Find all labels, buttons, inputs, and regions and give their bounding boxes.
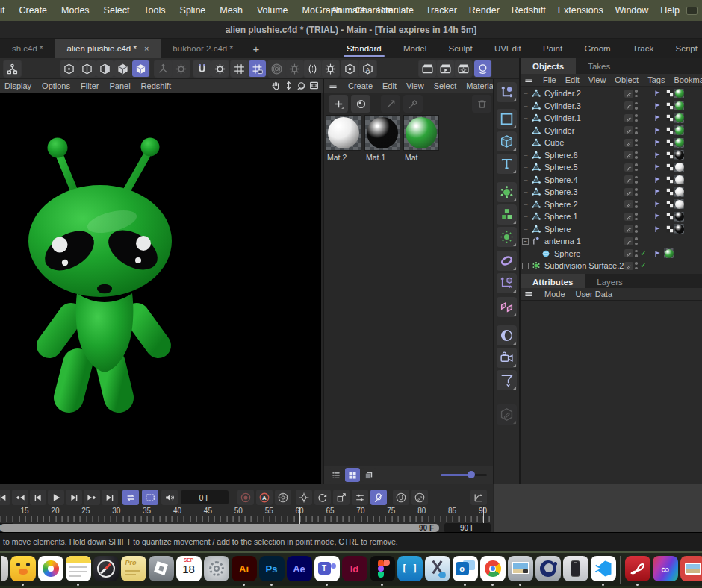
layout-tab-paint[interactable]: Paint — [538, 39, 567, 58]
visibility-dots[interactable] — [635, 262, 638, 272]
phong-tag-icon[interactable] — [653, 249, 662, 258]
phong-tag-icon[interactable] — [653, 151, 662, 160]
soft-selection-button[interactable] — [268, 60, 285, 77]
layout-tab-model[interactable]: Model — [399, 39, 431, 58]
grid-view-button[interactable] — [345, 468, 360, 482]
object-name[interactable]: antenna 1 — [544, 237, 581, 245]
polygon-object-icon[interactable] — [531, 125, 541, 136]
subdiv-object-icon[interactable] — [531, 260, 541, 271]
visibility-dots[interactable] — [635, 225, 638, 235]
visibility-dots[interactable] — [635, 151, 638, 161]
dock-outlook[interactable]: o — [453, 556, 478, 581]
menu-spline[interactable]: Spline — [180, 5, 206, 16]
3d-viewport[interactable] — [0, 93, 321, 484]
object-name[interactable]: Sphere — [544, 225, 571, 234]
hamburger-icon[interactable] — [524, 289, 534, 299]
edges-mode-button[interactable] — [78, 60, 96, 77]
edit-toggle-icon[interactable] — [624, 249, 633, 257]
menu-animate[interactable]: Animate — [331, 5, 365, 16]
current-frame-field[interactable]: 0 F — [181, 490, 229, 504]
slider-knob[interactable] — [468, 471, 475, 478]
layout-tab-uvedit[interactable]: UVEdit — [490, 39, 526, 58]
menu-tracker[interactable]: Tracker — [426, 5, 457, 16]
material-menu-edit[interactable]: Edit — [382, 81, 397, 90]
object-mode-button[interactable] — [132, 60, 149, 77]
phong-tag-icon[interactable] — [653, 163, 662, 172]
model-mode-button[interactable] — [114, 60, 131, 77]
visibility-dots[interactable] — [635, 90, 638, 99]
layout-tab-sculpt[interactable]: Sculpt — [444, 39, 477, 58]
visibility-dots[interactable] — [635, 250, 638, 260]
dock-acrobat[interactable] — [625, 556, 650, 581]
object-name[interactable]: Sphere.1 — [544, 212, 578, 221]
phong-tag-icon[interactable] — [653, 187, 662, 196]
visibility-dots[interactable] — [635, 213, 638, 222]
object-menu-bookmarks[interactable]: Bookmarks — [674, 75, 702, 84]
key-scale-button[interactable] — [333, 490, 350, 505]
object-name[interactable]: Sphere.4 — [544, 175, 578, 184]
timeline-ruler[interactable]: 15202530354045505560657075808590 — [0, 507, 493, 523]
phong-tag-icon[interactable] — [653, 225, 662, 234]
material-thumbnail[interactable] — [364, 115, 400, 151]
attribute-menu-mode[interactable]: Mode — [544, 290, 565, 298]
dock-pro-notes[interactable]: Pro — [121, 556, 146, 581]
keyframe-selection-button[interactable] — [275, 490, 291, 505]
hamburger-icon[interactable] — [328, 81, 338, 91]
attribute-menu-user-data[interactable]: User Data — [576, 290, 613, 298]
object-row[interactable]: –Sphere.5 — [521, 161, 702, 174]
polygon-object-icon[interactable] — [531, 88, 541, 98]
layout-tab-groom[interactable]: Groom — [580, 39, 615, 58]
polygon-object-icon[interactable] — [531, 101, 541, 111]
large-view-button[interactable] — [361, 468, 376, 482]
key-parameter-button[interactable] — [352, 490, 368, 505]
material-menu-select[interactable]: Select — [434, 81, 457, 90]
dock-chrome[interactable] — [480, 556, 506, 581]
texture-tag-icon[interactable] — [665, 101, 674, 110]
key-pla-button[interactable] — [370, 490, 387, 505]
symmetry-button[interactable] — [304, 60, 321, 77]
object-name[interactable]: Sphere.5 — [544, 163, 578, 172]
edit-toggle-icon[interactable] — [624, 151, 633, 159]
object-row[interactable]: –Sphere.4 — [521, 174, 702, 187]
key-position-button[interactable] — [296, 490, 312, 505]
texture-tag-icon[interactable] — [665, 138, 674, 147]
dock-iphone-mirroring[interactable] — [563, 556, 588, 581]
edit-toggle-icon[interactable] — [624, 175, 633, 184]
material-tag-icon[interactable] — [674, 138, 684, 148]
field-button[interactable] — [497, 273, 517, 293]
dock-illustrator[interactable]: Ai — [232, 556, 257, 581]
texture-tag-icon[interactable] — [665, 89, 674, 98]
prev-frame-button[interactable] — [30, 490, 46, 505]
material-tag-icon[interactable] — [674, 224, 684, 234]
visibility-dots[interactable] — [635, 201, 638, 210]
dock-app-partial[interactable] — [1, 556, 8, 581]
layout-tab-track[interactable]: Track — [628, 39, 658, 58]
auto-snap-button[interactable]: A — [359, 60, 376, 77]
object-row[interactable]: –Sphere — [521, 223, 702, 236]
panel-tab-takes[interactable]: Takes — [576, 58, 622, 74]
goto-end-button[interactable] — [102, 490, 118, 505]
polygon-object-icon[interactable] — [531, 187, 541, 197]
edit-toggle-icon[interactable] — [624, 200, 633, 208]
viewport-menu-filter[interactable]: Filter — [81, 81, 99, 90]
dock-photos[interactable] — [38, 556, 63, 581]
material-menu-create[interactable]: Create — [348, 81, 373, 90]
dock-image-viewer[interactable] — [508, 556, 533, 581]
phong-tag-icon[interactable] — [653, 113, 662, 122]
object-name[interactable]: Sphere.2 — [544, 200, 578, 209]
panel-tab-layers[interactable]: Layers — [585, 274, 635, 290]
simulation-button[interactable] — [497, 227, 517, 247]
viewport-menu-panel[interactable]: Panel — [109, 81, 130, 90]
deformer-button[interactable] — [497, 251, 517, 271]
material-name[interactable]: Mat — [405, 153, 418, 162]
object-row[interactable]: –Cylinder.2 — [521, 87, 702, 100]
edit-toggle-icon[interactable] — [624, 213, 633, 221]
material-tag-icon[interactable] — [674, 101, 684, 110]
material-tag-icon[interactable] — [674, 175, 684, 184]
dock-notes[interactable] — [66, 556, 91, 581]
render-settings-button[interactable] — [455, 60, 472, 77]
dock-figma[interactable] — [370, 556, 395, 581]
polygon-object-icon[interactable] — [531, 150, 541, 160]
dock-settings[interactable] — [204, 556, 229, 581]
menu-redshift[interactable]: Redshift — [512, 5, 546, 16]
